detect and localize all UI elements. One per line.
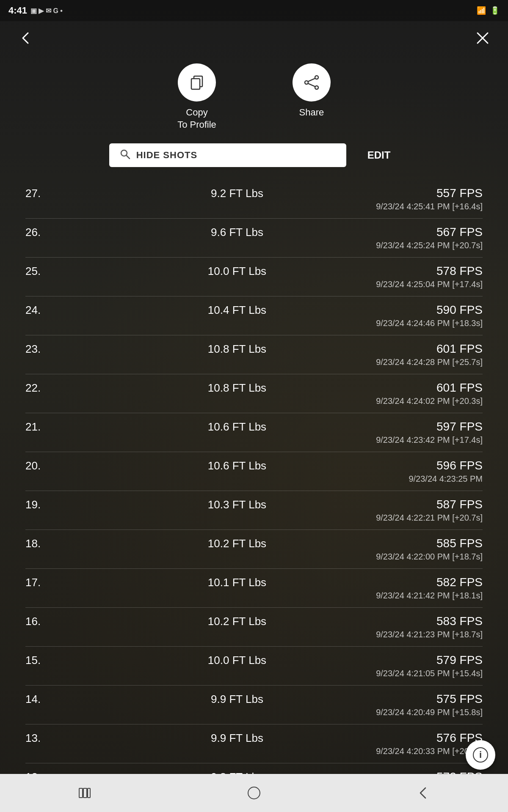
shot-item[interactable]: 16. 10.2 FT Lbs 583 FPS 9/23/24 4:21:23 … [25, 608, 483, 647]
svg-point-14 [248, 787, 260, 799]
shot-fps: 582 FPS [415, 576, 483, 589]
shot-item[interactable]: 15. 10.0 FT Lbs 579 FPS 9/23/24 4:21:05 … [25, 647, 483, 686]
shot-item[interactable]: 17. 10.1 FT Lbs 582 FPS 9/23/24 4:21:42 … [25, 569, 483, 608]
shot-number: 19. [25, 498, 59, 511]
shot-number: 24. [25, 304, 59, 317]
shot-energy: 10.2 FT Lbs [59, 537, 415, 550]
svg-point-3 [315, 86, 318, 89]
copy-icon-circle [178, 63, 216, 102]
shot-fps: 575 FPS [415, 692, 483, 706]
shot-number: 21. [25, 420, 59, 433]
shot-fps: 596 FPS [415, 459, 483, 472]
shot-number: 18. [25, 537, 59, 550]
copy-to-profile-button[interactable]: Copy To Profile [177, 63, 216, 131]
svg-point-2 [315, 76, 318, 79]
shot-fps: 578 FPS [415, 264, 483, 278]
svg-rect-1 [191, 79, 200, 89]
shot-fps: 557 FPS [415, 187, 483, 200]
shot-fps: 583 FPS [415, 614, 483, 628]
back-button[interactable] [13, 25, 38, 51]
shot-item[interactable]: 19. 10.3 FT Lbs 587 FPS 9/23/24 4:22:21 … [25, 491, 483, 530]
recents-button[interactable] [68, 780, 102, 806]
search-icon [119, 148, 130, 162]
info-fab-button[interactable]: i [466, 740, 495, 770]
shot-fps: 587 FPS [415, 498, 483, 511]
shot-number: 22. [25, 381, 59, 395]
svg-line-6 [308, 83, 315, 86]
shot-timestamp: 9/23/24 4:25:24 PM [+20.7s] [25, 241, 483, 250]
back-nav-button[interactable] [406, 780, 440, 806]
shot-energy: 10.2 FT Lbs [59, 615, 415, 628]
copy-to-profile-label: Copy To Profile [177, 107, 216, 131]
svg-line-8 [126, 156, 130, 159]
share-label: Share [299, 107, 324, 119]
shot-item[interactable]: 22. 10.8 FT Lbs 601 FPS 9/23/24 4:24:02 … [25, 374, 483, 413]
shot-energy: 10.0 FT Lbs [59, 265, 415, 278]
shot-timestamp: 9/23/24 4:25:04 PM [+17.4s] [25, 280, 483, 289]
shot-energy: 10.1 FT Lbs [59, 576, 415, 589]
shot-item[interactable]: 14. 9.9 FT Lbs 575 FPS 9/23/24 4:20:49 P… [25, 686, 483, 724]
shot-item[interactable]: 13. 9.9 FT Lbs 576 FPS 9/23/24 4:20:33 P… [25, 724, 483, 763]
shot-item[interactable]: 25. 10.0 FT Lbs 578 FPS 9/23/24 4:25:04 … [25, 258, 483, 296]
shot-item[interactable]: 20. 10.6 FT Lbs 596 FPS 9/23/24 4:23:25 … [25, 452, 483, 491]
shot-timestamp: 9/23/24 4:23:42 PM [+17.4s] [25, 435, 483, 445]
shot-energy: 10.8 FT Lbs [59, 343, 415, 356]
time-display: 4:41 [8, 5, 27, 16]
status-time: 4:41 ▣ ▶ ✉ G • [8, 5, 63, 16]
shot-timestamp: 9/23/24 4:24:46 PM [+18.3s] [25, 318, 483, 328]
shot-item[interactable]: 26. 9.6 FT Lbs 567 FPS 9/23/24 4:25:24 P… [25, 219, 483, 258]
shot-fps: 601 FPS [415, 381, 483, 395]
shot-fps: 601 FPS [415, 342, 483, 356]
shot-item[interactable]: 27. 9.2 FT Lbs 557 FPS 9/23/24 4:25:41 P… [25, 180, 483, 219]
shot-timestamp: 9/23/24 4:22:21 PM [+20.7s] [25, 513, 483, 523]
shot-timestamp: 9/23/24 4:20:49 PM [+15.8s] [25, 708, 483, 717]
shot-item[interactable]: 18. 10.2 FT Lbs 585 FPS 9/23/24 4:22:00 … [25, 530, 483, 569]
shot-fps: 590 FPS [415, 303, 483, 317]
shot-list: 27. 9.2 FT Lbs 557 FPS 9/23/24 4:25:41 P… [0, 180, 508, 812]
share-icon-circle [293, 63, 331, 102]
svg-rect-11 [79, 788, 83, 798]
shot-number: 17. [25, 576, 59, 589]
status-bar: 4:41 ▣ ▶ ✉ G • 📶 🔋 [0, 0, 508, 21]
svg-rect-12 [83, 788, 87, 798]
action-buttons-row: Copy To Profile Share [0, 55, 508, 143]
hide-shots-button[interactable]: HIDE SHOTS [109, 143, 346, 167]
shot-number: 16. [25, 615, 59, 628]
svg-text:i: i [479, 749, 482, 760]
shot-timestamp: 9/23/24 4:24:28 PM [+25.7s] [25, 357, 483, 367]
hide-shots-label: HIDE SHOTS [136, 150, 197, 161]
shot-item[interactable]: 23. 10.8 FT Lbs 601 FPS 9/23/24 4:24:28 … [25, 335, 483, 374]
shot-timestamp: 9/23/24 4:25:41 PM [+16.4s] [25, 202, 483, 211]
shot-fps: 585 FPS [415, 537, 483, 550]
shot-energy: 10.4 FT Lbs [59, 304, 415, 317]
shot-item[interactable]: 24. 10.4 FT Lbs 590 FPS 9/23/24 4:24:46 … [25, 296, 483, 335]
share-button[interactable]: Share [293, 63, 331, 131]
shot-fps: 567 FPS [415, 225, 483, 239]
shot-number: 23. [25, 343, 59, 356]
home-button[interactable] [237, 780, 271, 806]
edit-button[interactable]: EDIT [359, 145, 399, 165]
shot-energy: 10.0 FT Lbs [59, 654, 415, 667]
svg-line-5 [308, 78, 315, 81]
shot-energy: 10.6 FT Lbs [59, 420, 415, 433]
wifi-icon: 📶 [477, 6, 486, 15]
shot-number: 13. [25, 732, 59, 745]
status-icons: ▣ ▶ ✉ G • [30, 7, 63, 15]
svg-point-4 [305, 81, 308, 84]
status-right-icons: 📶 🔋 [477, 6, 500, 15]
shot-energy: 9.2 FT Lbs [59, 187, 415, 200]
shot-item[interactable]: 21. 10.6 FT Lbs 597 FPS 9/23/24 4:23:42 … [25, 413, 483, 452]
shot-energy: 10.3 FT Lbs [59, 498, 415, 511]
shot-timestamp: 9/23/24 4:21:05 PM [+15.4s] [25, 669, 483, 678]
shot-number: 15. [25, 654, 59, 667]
shot-timestamp: 9/23/24 4:21:42 PM [+18.1s] [25, 591, 483, 601]
shot-timestamp: 9/23/24 4:22:00 PM [+18.7s] [25, 552, 483, 562]
shot-timestamp: 9/23/24 4:20:33 PM [+20.9s] [25, 746, 483, 756]
shot-timestamp: 9/23/24 4:23:25 PM [25, 474, 483, 484]
close-button[interactable] [470, 25, 495, 51]
search-bar-row: HIDE SHOTS EDIT [0, 143, 508, 180]
shot-fps: 579 FPS [415, 653, 483, 667]
shot-number: 27. [25, 187, 59, 200]
shot-energy: 9.9 FT Lbs [59, 693, 415, 706]
shot-energy: 10.8 FT Lbs [59, 381, 415, 395]
